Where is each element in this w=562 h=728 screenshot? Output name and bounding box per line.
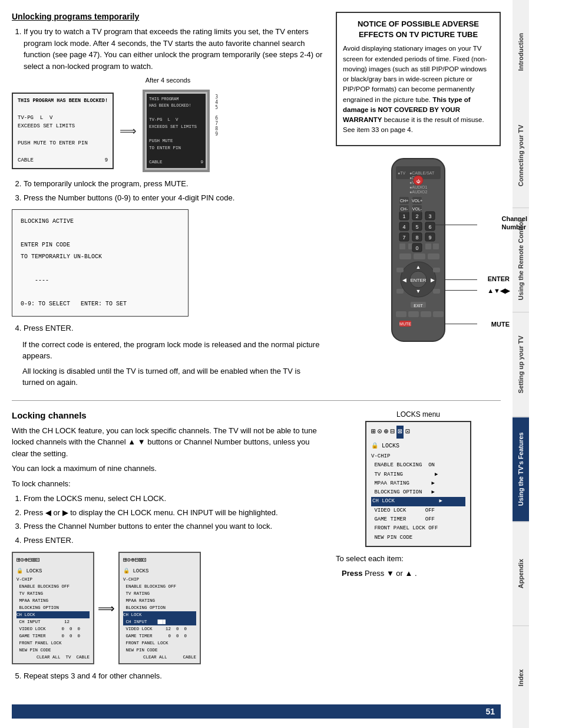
step-4: Press ENTER. <box>24 322 324 334</box>
sidebar-tab-index[interactable]: Index <box>513 626 529 728</box>
svg-text:2: 2 <box>415 213 418 219</box>
sidebar-tab-remote[interactable]: Using the Remote Control <box>513 208 529 312</box>
svg-text:CH-: CH- <box>401 207 408 211</box>
select-instruction: Press Press ▼ or ▲ . <box>342 568 501 579</box>
tv-screen-2: 345 6 789 THIS PROGRAM HAS BEEN BLOCKED!… <box>143 90 210 172</box>
step-5: Repeat steps 3 and 4 for other channels. <box>24 670 324 682</box>
mute-line <box>445 324 477 324</box>
svg-rect-49 <box>408 311 419 317</box>
bottom-screen-pair: ⊞⊙⊕⊟⊠⊡ 🔒 LOCKS V-CHIP ENABLE BLOCKING OF… <box>12 552 324 664</box>
notice-box: NOTICE OF POSSIBLE ADVERSE EFFECTS ON TV… <box>336 12 501 146</box>
svg-rect-34 <box>428 253 439 259</box>
svg-text:▶: ▶ <box>431 277 435 283</box>
svg-text:EXIT: EXIT <box>414 304 423 308</box>
svg-rect-26 <box>399 243 405 249</box>
svg-text:●TV: ●TV <box>398 171 406 175</box>
blocking-box: BLOCKING ACTIVE ENTER PIN CODE TO TEMPOR… <box>12 209 189 317</box>
section-divider <box>12 400 501 401</box>
steps-list: If you try to watch a TV program that ex… <box>12 26 324 72</box>
lock-step-3: Press the Channel Number buttons to ente… <box>24 521 324 532</box>
lock-steps-list: From the LOCKS menu, select CH LOCK. Pre… <box>12 493 324 546</box>
screen-mockup-area: After 4 seconds THIS PROGRAM HAS BEEN BL… <box>12 77 324 172</box>
svg-text:4: 4 <box>402 224 405 230</box>
main-content: Unlocking programs temporarily If you tr… <box>0 0 513 728</box>
svg-text:VOL+: VOL+ <box>412 199 422 203</box>
select-label: To select each item: <box>336 553 501 565</box>
locks-menu-area: LOCKS menu ⊞ ⊙ ⊕ ⊟ ⊠ ⊡ 🔒 LOCKS <box>336 410 501 547</box>
svg-text:●CABLE/SAT: ●CABLE/SAT <box>409 171 435 175</box>
select-instruction-area: To select each item: Press Press ▼ or ▲ … <box>336 553 501 579</box>
locks-menu-title: LOCKS menu <box>396 410 440 419</box>
svg-text:⏻: ⏻ <box>416 179 421 183</box>
locks-menu-box: ⊞ ⊙ ⊕ ⊟ ⊠ ⊡ 🔒 LOCKS V-CHIP ENABLE BLOCKI… <box>365 421 471 547</box>
screen-container: THIS PROGRAM HAS BEEN BLOCKED! TV-PG L V… <box>12 90 324 172</box>
menu-icons-row: ⊞ ⊙ ⊕ ⊟ ⊠ ⊡ <box>371 426 465 439</box>
svg-rect-50 <box>421 311 431 317</box>
bottom-left: Locking channels With the CH LOCK featur… <box>12 410 324 687</box>
enter-line <box>445 279 477 280</box>
notice-body: Avoid displaying stationary images on yo… <box>343 44 494 135</box>
svg-rect-51 <box>433 311 444 317</box>
step-2: To temporarily unlock the program, press… <box>24 178 324 190</box>
svg-text:ENTER: ENTER <box>410 278 426 283</box>
svg-text:●AUDIO1: ●AUDIO1 <box>409 185 427 189</box>
svg-rect-30 <box>425 243 431 249</box>
bottom-screen-1: ⊞⊙⊕⊟⊠⊡ 🔒 LOCKS V-CHIP ENABLE BLOCKING OF… <box>12 552 94 664</box>
notice-title: NOTICE OF POSSIBLE ADVERSE EFFECTS ON TV… <box>343 19 494 40</box>
svg-text:5: 5 <box>415 224 418 230</box>
to-lock-label: To lock channels: <box>12 478 324 490</box>
svg-text:CH+: CH+ <box>400 199 408 203</box>
svg-rect-32 <box>399 253 411 259</box>
svg-text:3: 3 <box>428 213 431 219</box>
svg-rect-45 <box>433 289 440 294</box>
remote-svg: ●TV ●CABLE/SAT ●DVD ●VCR ●AUDIO1 ●AUDIO2… <box>359 156 477 344</box>
right-sidebar: Introduction Connecting your TV Using th… <box>513 0 529 728</box>
bottom-section: Locking channels With the CH LOCK featur… <box>12 410 501 687</box>
arrow-right-2: ⟹ <box>98 601 115 615</box>
svg-rect-31 <box>433 243 439 249</box>
svg-rect-44 <box>396 289 404 294</box>
nav-line <box>445 290 477 291</box>
lock-step-2: Press ◀ or ▶ to display the CH LOCK menu… <box>24 507 324 519</box>
svg-text:8: 8 <box>415 235 418 241</box>
sidebar-tab-features[interactable]: Using the TV's Features <box>513 417 529 522</box>
section2-title: Locking channels <box>12 410 324 420</box>
svg-text:1: 1 <box>402 213 405 219</box>
enter-label: ENTER <box>488 275 510 282</box>
right-column: NOTICE OF POSSIBLE ADVERSE EFFECTS ON TV… <box>336 12 501 392</box>
lock-step-4: Press ENTER. <box>24 535 324 546</box>
svg-rect-42 <box>396 268 404 272</box>
svg-text:VOL-: VOL- <box>412 207 422 211</box>
svg-text:◀: ◀ <box>402 277 406 283</box>
step-1: If you try to watch a TV program that ex… <box>24 26 324 72</box>
step5-list: Repeat steps 3 and 4 for other channels. <box>12 670 324 682</box>
svg-text:MUTE: MUTE <box>399 322 411 326</box>
screen-box-1: THIS PROGRAM HAS BEEN BLOCKED! TV-PG L V… <box>12 93 114 169</box>
mute-label: MUTE <box>491 321 510 328</box>
svg-text:●AUDIO2: ●AUDIO2 <box>409 190 427 194</box>
sidebar-tab-appendix[interactable]: Appendix <box>513 522 529 626</box>
svg-rect-48 <box>396 311 406 317</box>
svg-text:▲: ▲ <box>416 264 421 270</box>
sidebar-tab-introduction[interactable]: Introduction <box>513 0 529 104</box>
bottom-screen-2: ⊞⊙⊕⊟⊠⊡ 🔒 LOCKS V-CHIP ENABLE BLOCKING OF… <box>118 552 201 664</box>
after-label: After 4 seconds <box>12 77 324 84</box>
max-channels: You can lock a maximum of nine channels. <box>12 463 324 475</box>
enter-result-text: If the correct code is entered, the prog… <box>22 339 324 362</box>
sidebar-tab-setting-up[interactable]: Setting up your TV <box>513 312 529 417</box>
steps-list-3: Press ENTER. <box>12 322 324 334</box>
bottom-right: LOCKS menu ⊞ ⊙ ⊕ ⊟ ⊠ ⊡ 🔒 LOCKS <box>336 410 501 687</box>
svg-text:9: 9 <box>428 235 431 241</box>
sidebar-tab-connecting[interactable]: Connecting your TV <box>513 104 529 208</box>
page-number-bar: 51 <box>12 704 501 719</box>
channel-number-line <box>428 225 477 225</box>
svg-text:7: 7 <box>402 235 405 241</box>
section2-intro: With the CH LOCK feature, you can lock s… <box>12 425 324 460</box>
remote-area: ●TV ●CABLE/SAT ●DVD ●VCR ●AUDIO1 ●AUDIO2… <box>336 156 501 346</box>
bottom-two-col: Locking channels With the CH LOCK featur… <box>12 410 501 687</box>
svg-text:▼: ▼ <box>416 288 421 294</box>
svg-rect-33 <box>414 253 425 259</box>
step-3: Press the Number buttons (0-9) to enter … <box>24 192 324 204</box>
section1-title: Unlocking programs temporarily <box>12 12 324 21</box>
remote-illustration: ●TV ●CABLE/SAT ●DVD ●VCR ●AUDIO1 ●AUDIO2… <box>359 156 477 346</box>
